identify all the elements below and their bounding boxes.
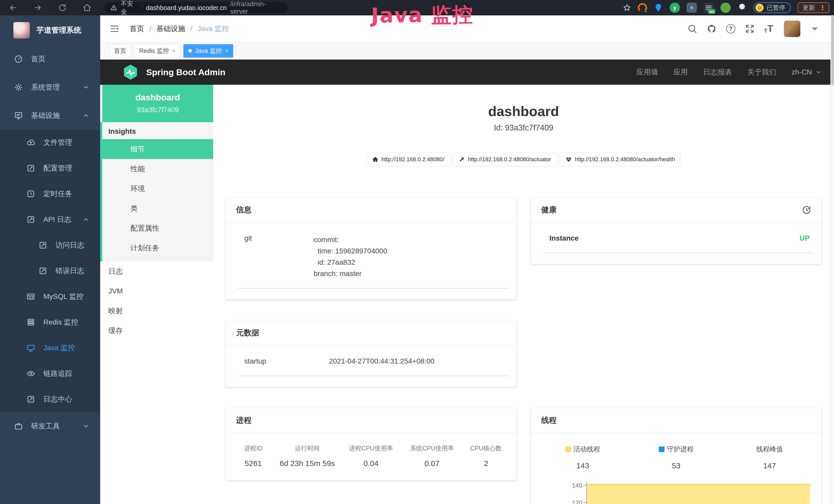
metadata-key: startup xyxy=(244,357,329,365)
sidebar-item-label: 文件管理 xyxy=(43,138,72,147)
system-cpu: 0.07 xyxy=(401,459,462,468)
back-icon[interactable] xyxy=(9,3,18,12)
sidebar-item-java-monitor[interactable]: Java 监控 xyxy=(0,335,100,361)
sidebar-item-label: 链路追踪 xyxy=(43,369,72,379)
user-avatar[interactable] xyxy=(784,21,800,37)
menu-item-caches[interactable]: 缓存 xyxy=(100,321,213,340)
sba-nav-applications[interactable]: 应用 xyxy=(674,67,688,77)
info-key: git xyxy=(244,234,314,279)
sba-nav-about[interactable]: 关于我们 xyxy=(747,67,776,77)
sidebar-item-error-log[interactable]: 错误日志 xyxy=(0,258,100,284)
sba-brand-title[interactable]: Spring Boot Admin xyxy=(146,67,225,77)
menu-item-environment[interactable]: 环境 xyxy=(102,179,213,199)
sidebar-item-mysql-monitor[interactable]: MySQL 监控 xyxy=(0,284,100,310)
chevron-up-icon xyxy=(83,216,89,223)
extension-list-icon[interactable]: on xyxy=(704,3,714,13)
menu-item-jvm[interactable]: JVM xyxy=(100,281,213,301)
bookmark-star-icon[interactable] xyxy=(623,4,631,12)
browser-menu-icon[interactable]: ⋮ xyxy=(819,6,826,9)
daemon-threads-value: 53 xyxy=(630,461,723,470)
sidebar-item-file-manage[interactable]: 文件管理 xyxy=(0,130,100,155)
service-url-button[interactable]: http://192.168.0.2:48080/ xyxy=(366,153,450,166)
health-url-button[interactable]: http://192.168.0.2:48080/actuator/health xyxy=(560,153,681,166)
extension-grid-icon[interactable] xyxy=(686,3,697,13)
puzzle-extensions-icon[interactable] xyxy=(738,3,747,12)
history-icon[interactable] xyxy=(802,205,811,215)
tab-java-monitor[interactable]: Java 监控 × xyxy=(183,44,233,58)
update-button[interactable]: 更新 ⋮ xyxy=(797,2,829,13)
security-label[interactable]: 不安全 xyxy=(121,0,138,16)
breadcrumb-current: Java 监控 xyxy=(198,24,229,33)
help-icon[interactable]: ? xyxy=(726,24,736,33)
tab-home[interactable]: 首页 xyxy=(109,44,131,58)
sidebar-item-config-manage[interactable]: 配置管理 xyxy=(0,155,100,181)
tags-view-bar: 首页 Redis 监控 × Java 监控 × xyxy=(100,42,834,60)
sidebar-item-redis-monitor[interactable]: Redis 监控 xyxy=(0,310,100,335)
process-pid: 5261 xyxy=(233,459,274,468)
extension-on-badge: on xyxy=(708,9,715,14)
close-icon[interactable]: × xyxy=(172,47,175,54)
close-icon[interactable]: × xyxy=(225,47,228,54)
menu-item-metrics[interactable]: 性能 xyxy=(102,159,213,179)
edit-icon xyxy=(26,164,35,173)
page-scrollbar[interactable] xyxy=(830,16,834,504)
instance-header[interactable]: dashboard 93a3fc7f7409 xyxy=(102,85,213,122)
menu-item-scheduled-tasks[interactable]: 计划任务 xyxy=(102,238,213,258)
extension-icon-2[interactable]: y xyxy=(670,3,680,13)
health-card-title: 健康 xyxy=(541,205,556,215)
chevron-down-icon[interactable] xyxy=(810,24,820,34)
sidebar-item-label: 系统管理 xyxy=(31,83,60,92)
forward-icon[interactable] xyxy=(34,3,42,12)
live-threads-area xyxy=(587,484,810,504)
info-card-title: 信息 xyxy=(226,198,516,223)
extension-icon-1[interactable] xyxy=(638,3,647,12)
sidebar-item-dev-tools[interactable]: 研发工具 xyxy=(0,412,100,440)
sidebar-item-home[interactable]: 首页 xyxy=(0,45,100,73)
instance-name: dashboard xyxy=(102,92,213,102)
tab-redis-monitor[interactable]: Redis 监控 × xyxy=(134,44,180,58)
sidebar-item-label: 定时任务 xyxy=(43,189,72,199)
breadcrumb-home[interactable]: 首页 xyxy=(130,24,144,33)
sidebar-item-tracing[interactable]: 链路追踪 xyxy=(0,361,100,386)
sidebar-item-label: 配置管理 xyxy=(43,163,72,173)
sba-nav-journal[interactable]: 日志报表 xyxy=(703,67,732,77)
sidebar-item-system[interactable]: 系统管理 xyxy=(0,73,100,101)
menu-item-config-props[interactable]: 配置属性 xyxy=(102,218,213,238)
locale-selector[interactable]: zh-CN xyxy=(792,68,822,76)
menu-item-logfile[interactable]: 日志 xyxy=(100,261,213,281)
process-col-header: 进程ID xyxy=(233,444,274,459)
extension-leaf-icon[interactable] xyxy=(721,3,731,13)
breadcrumb-infra[interactable]: 基础设施 xyxy=(156,24,185,33)
search-icon[interactable] xyxy=(687,24,697,34)
process-col-header: 系统CPU使用率 xyxy=(401,444,462,459)
app-logo-row[interactable]: 芋道管理系统 xyxy=(0,16,100,45)
menu-item-details[interactable]: 细节 xyxy=(100,139,213,159)
sidebar-item-access-log[interactable]: 访问日志 xyxy=(0,232,100,258)
menu-item-classes[interactable]: 类 xyxy=(102,199,213,218)
github-icon[interactable] xyxy=(707,24,717,34)
extension-pin-icon[interactable] xyxy=(654,3,663,12)
insights-section-label: Insights xyxy=(102,122,213,139)
sidebar-item-log-center[interactable]: 日志中心 xyxy=(0,386,100,412)
font-size-icon[interactable]: TT xyxy=(764,23,773,34)
sidebar-collapse-icon[interactable] xyxy=(109,23,120,34)
scrollbar-thumb[interactable] xyxy=(831,16,834,85)
actuator-url-button[interactable]: http://192.168.0.2:48080/actuator xyxy=(453,153,557,166)
address-bar[interactable]: 不安全 dashboard.yudao.iocoder.cn/infra/adm… xyxy=(104,2,288,13)
paused-badge[interactable]: ☺ 已暂停 xyxy=(753,2,791,13)
sidebar-item-api-log[interactable]: API 日志 xyxy=(0,207,100,232)
sidebar-item-scheduled-jobs[interactable]: 定时任务 xyxy=(0,181,100,207)
sidebar-item-label: Java 监控 xyxy=(43,343,75,353)
fullscreen-icon[interactable] xyxy=(745,24,755,34)
reload-icon[interactable] xyxy=(58,3,67,12)
heartbeat-icon xyxy=(566,156,572,162)
sidebar: 芋道管理系统 首页 系统管理 基础设施 文件管理 配置管理 xyxy=(0,16,100,504)
process-uptime: 6d 23h 15m 59s xyxy=(274,459,341,468)
home-icon[interactable] xyxy=(83,3,91,12)
sba-nav-wallboard[interactable]: 应用墙 xyxy=(636,67,658,77)
sidebar-item-infra[interactable]: 基础设施 xyxy=(0,101,100,130)
process-col-header: 运行时间 xyxy=(274,444,341,459)
page-subtitle: Id: 93a3fc7f7409 xyxy=(225,123,822,133)
menu-item-mappings[interactable]: 映射 xyxy=(100,301,213,321)
daemon-threads-swatch xyxy=(659,446,664,452)
